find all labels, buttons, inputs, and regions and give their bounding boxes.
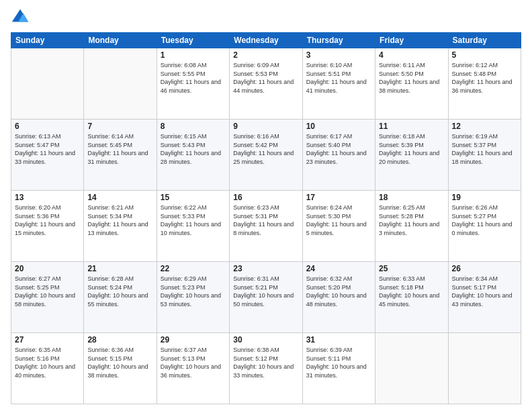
weekday-header-thursday: Thursday (302, 33, 375, 48)
day-number: 29 (161, 335, 226, 345)
calendar-header: SundayMondayTuesdayWednesdayThursdayFrid… (11, 33, 521, 48)
day-info: Sunrise: 6:36 AM Sunset: 5:15 PM Dayligh… (87, 346, 152, 379)
day-number: 2 (233, 50, 298, 60)
day-number: 17 (306, 193, 371, 202)
day-number: 6 (15, 122, 80, 131)
calendar-cell: 26Sunrise: 6:34 AM Sunset: 5:17 PM Dayli… (448, 262, 521, 333)
weekday-header-sunday: Sunday (11, 33, 84, 48)
day-info: Sunrise: 6:25 AM Sunset: 5:28 PM Dayligh… (379, 203, 444, 237)
week-row-2: 6Sunrise: 6:13 AM Sunset: 5:47 PM Daylig… (11, 120, 521, 191)
day-number: 24 (306, 264, 371, 273)
day-number: 8 (161, 122, 226, 131)
calendar-cell: 22Sunrise: 6:29 AM Sunset: 5:23 PM Dayli… (157, 262, 229, 333)
calendar-cell: 17Sunrise: 6:24 AM Sunset: 5:30 PM Dayli… (302, 191, 375, 262)
calendar-cell (448, 333, 521, 404)
calendar-cell: 2Sunrise: 6:09 AM Sunset: 5:53 PM Daylig… (230, 48, 302, 120)
calendar-cell: 1Sunrise: 6:08 AM Sunset: 5:55 PM Daylig… (157, 48, 229, 120)
day-info: Sunrise: 6:21 AM Sunset: 5:34 PM Dayligh… (87, 203, 152, 237)
day-number: 14 (87, 193, 152, 202)
day-info: Sunrise: 6:13 AM Sunset: 5:47 PM Dayligh… (15, 132, 80, 166)
day-info: Sunrise: 6:28 AM Sunset: 5:24 PM Dayligh… (87, 275, 152, 308)
calendar-cell: 15Sunrise: 6:22 AM Sunset: 5:33 PM Dayli… (157, 191, 229, 262)
day-info: Sunrise: 6:39 AM Sunset: 5:11 PM Dayligh… (306, 346, 371, 379)
day-number: 23 (233, 264, 298, 273)
day-number: 9 (233, 122, 298, 131)
calendar-cell: 10Sunrise: 6:17 AM Sunset: 5:40 PM Dayli… (302, 120, 375, 191)
day-info: Sunrise: 6:24 AM Sunset: 5:30 PM Dayligh… (306, 203, 371, 237)
day-info: Sunrise: 6:23 AM Sunset: 5:31 PM Dayligh… (233, 203, 298, 237)
week-row-3: 13Sunrise: 6:20 AM Sunset: 5:36 PM Dayli… (11, 191, 521, 262)
day-number: 3 (306, 50, 371, 60)
weekday-row: SundayMondayTuesdayWednesdayThursdayFrid… (11, 33, 521, 48)
day-info: Sunrise: 6:32 AM Sunset: 5:20 PM Dayligh… (306, 275, 371, 308)
day-number: 13 (15, 193, 80, 202)
calendar-cell: 16Sunrise: 6:23 AM Sunset: 5:31 PM Dayli… (230, 191, 302, 262)
calendar-body: 1Sunrise: 6:08 AM Sunset: 5:55 PM Daylig… (11, 48, 521, 404)
weekday-header-saturday: Saturday (448, 33, 521, 48)
day-info: Sunrise: 6:09 AM Sunset: 5:53 PM Dayligh… (233, 61, 298, 95)
day-info: Sunrise: 6:33 AM Sunset: 5:18 PM Dayligh… (379, 275, 444, 308)
day-number: 31 (306, 335, 371, 345)
calendar-cell: 20Sunrise: 6:27 AM Sunset: 5:25 PM Dayli… (11, 262, 84, 333)
weekday-header-friday: Friday (375, 33, 448, 48)
day-number: 26 (452, 264, 517, 273)
day-number: 18 (379, 193, 444, 202)
day-info: Sunrise: 6:15 AM Sunset: 5:43 PM Dayligh… (161, 132, 226, 166)
day-number: 11 (379, 122, 444, 131)
week-row-4: 20Sunrise: 6:27 AM Sunset: 5:25 PM Dayli… (11, 262, 521, 333)
calendar-cell: 5Sunrise: 6:12 AM Sunset: 5:48 PM Daylig… (448, 48, 521, 120)
day-number: 15 (161, 193, 226, 202)
header (11, 8, 521, 27)
day-number: 27 (15, 335, 80, 345)
week-row-1: 1Sunrise: 6:08 AM Sunset: 5:55 PM Daylig… (11, 48, 521, 120)
calendar-cell: 18Sunrise: 6:25 AM Sunset: 5:28 PM Dayli… (375, 191, 448, 262)
calendar: SundayMondayTuesdayWednesdayThursdayFrid… (11, 32, 521, 404)
weekday-header-tuesday: Tuesday (157, 33, 229, 48)
calendar-cell: 8Sunrise: 6:15 AM Sunset: 5:43 PM Daylig… (157, 120, 229, 191)
day-number: 25 (379, 264, 444, 273)
day-info: Sunrise: 6:19 AM Sunset: 5:37 PM Dayligh… (452, 132, 517, 166)
day-number: 12 (452, 122, 517, 131)
day-number: 1 (161, 50, 226, 60)
calendar-cell: 28Sunrise: 6:36 AM Sunset: 5:15 PM Dayli… (84, 333, 157, 404)
day-info: Sunrise: 6:22 AM Sunset: 5:33 PM Dayligh… (161, 203, 226, 237)
calendar-cell: 23Sunrise: 6:31 AM Sunset: 5:21 PM Dayli… (230, 262, 302, 333)
page: SundayMondayTuesdayWednesdayThursdayFrid… (0, 0, 532, 411)
calendar-cell: 12Sunrise: 6:19 AM Sunset: 5:37 PM Dayli… (448, 120, 521, 191)
day-number: 10 (306, 122, 371, 131)
logo (11, 8, 32, 27)
calendar-cell: 4Sunrise: 6:11 AM Sunset: 5:50 PM Daylig… (375, 48, 448, 120)
day-info: Sunrise: 6:18 AM Sunset: 5:39 PM Dayligh… (379, 132, 444, 166)
calendar-cell: 29Sunrise: 6:37 AM Sunset: 5:13 PM Dayli… (157, 333, 229, 404)
day-info: Sunrise: 6:12 AM Sunset: 5:48 PM Dayligh… (452, 61, 517, 95)
weekday-header-monday: Monday (84, 33, 157, 48)
day-info: Sunrise: 6:29 AM Sunset: 5:23 PM Dayligh… (161, 275, 226, 308)
day-info: Sunrise: 6:31 AM Sunset: 5:21 PM Dayligh… (233, 275, 298, 308)
day-info: Sunrise: 6:38 AM Sunset: 5:12 PM Dayligh… (233, 346, 298, 379)
day-number: 19 (452, 193, 517, 202)
day-number: 16 (233, 193, 298, 202)
day-info: Sunrise: 6:27 AM Sunset: 5:25 PM Dayligh… (15, 275, 80, 308)
day-number: 7 (87, 122, 152, 131)
calendar-cell: 14Sunrise: 6:21 AM Sunset: 5:34 PM Dayli… (84, 191, 157, 262)
day-number: 4 (379, 50, 444, 60)
day-info: Sunrise: 6:08 AM Sunset: 5:55 PM Dayligh… (161, 61, 226, 95)
calendar-cell: 7Sunrise: 6:14 AM Sunset: 5:45 PM Daylig… (84, 120, 157, 191)
calendar-cell: 25Sunrise: 6:33 AM Sunset: 5:18 PM Dayli… (375, 262, 448, 333)
calendar-cell: 27Sunrise: 6:35 AM Sunset: 5:16 PM Dayli… (11, 333, 84, 404)
day-number: 30 (233, 335, 298, 345)
calendar-cell: 30Sunrise: 6:38 AM Sunset: 5:12 PM Dayli… (230, 333, 302, 404)
day-info: Sunrise: 6:16 AM Sunset: 5:42 PM Dayligh… (233, 132, 298, 166)
calendar-cell: 11Sunrise: 6:18 AM Sunset: 5:39 PM Dayli… (375, 120, 448, 191)
calendar-cell: 21Sunrise: 6:28 AM Sunset: 5:24 PM Dayli… (84, 262, 157, 333)
day-number: 5 (452, 50, 517, 60)
calendar-cell (84, 48, 157, 120)
day-info: Sunrise: 6:34 AM Sunset: 5:17 PM Dayligh… (452, 275, 517, 308)
weekday-header-wednesday: Wednesday (230, 33, 302, 48)
calendar-cell: 6Sunrise: 6:13 AM Sunset: 5:47 PM Daylig… (11, 120, 84, 191)
logo-icon (11, 8, 30, 27)
day-info: Sunrise: 6:14 AM Sunset: 5:45 PM Dayligh… (87, 132, 152, 166)
week-row-5: 27Sunrise: 6:35 AM Sunset: 5:16 PM Dayli… (11, 333, 521, 404)
day-info: Sunrise: 6:11 AM Sunset: 5:50 PM Dayligh… (379, 61, 444, 95)
day-info: Sunrise: 6:37 AM Sunset: 5:13 PM Dayligh… (161, 346, 226, 379)
